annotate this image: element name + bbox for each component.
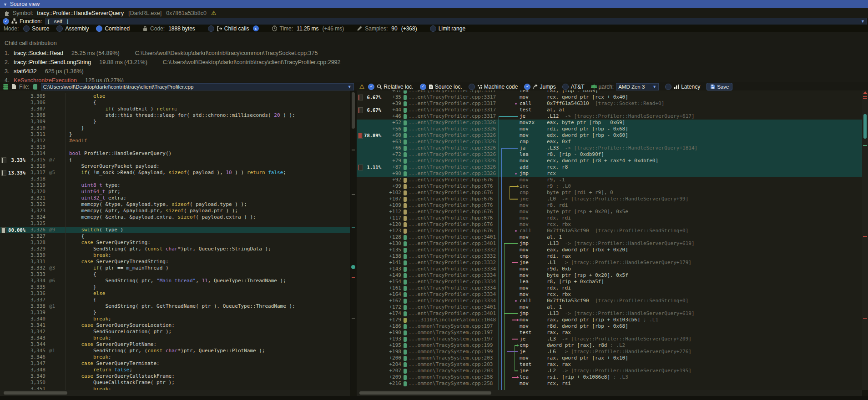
save-button[interactable]: Save [707, 83, 732, 90]
machine-code-checkbox[interactable] [469, 84, 475, 90]
child-calls-checkbox[interactable] [208, 25, 214, 32]
collapse-triangle-icon[interactable]: ▼ [3, 2, 7, 7]
source-line[interactable]: 3,347 case ServerQueryTerminate: [0, 360, 350, 367]
asm-source-loc[interactable]: ...ent\TracyProfiler.cpp:3401 [409, 240, 498, 247]
source-line[interactable]: 3,313 [0, 144, 350, 150]
source-line[interactable]: 3,322 memcpy( &type, &payload.type, size… [0, 201, 350, 208]
source-line[interactable]: 3,310 } [0, 125, 350, 131]
asm-source-loc[interactable]: ...ent\TracyProfiler.cpp:3334 [409, 279, 498, 285]
asm-source-loc[interactable]: ...ent\TracyProfiler.cpp:3317 [409, 113, 498, 120]
source-horizontal-scrollbar[interactable] [0, 390, 350, 396]
source-line[interactable]: 80.00%3,326@9 switch( type ) [0, 227, 350, 233]
source-line[interactable]: 3,325 [0, 220, 350, 227]
asm-source-loc[interactable]: ...ent\TracyProfiler.cpp:3334 [409, 266, 498, 272]
assembly-line[interactable]: +164...ent\TracyProfiler.cpp:3334movrcx,… [357, 291, 862, 298]
radio-assembly[interactable] [56, 25, 63, 32]
assembly-scrollbar-thumb[interactable] [863, 114, 867, 139]
assembly-line[interactable]: +112...ent\TracyProfiler.hpp:676movbyte … [357, 209, 862, 215]
assembly-line[interactable]: +46...ent\TracyProfiler.cpp:3317je.L12 -… [357, 113, 862, 120]
source-line[interactable]: 3,351 break; [0, 386, 350, 390]
asm-source-loc[interactable]: ...ent\TracyProfiler.cpp:3326 [409, 139, 498, 145]
assembly-panel[interactable]: +31...ent\TracyProfiler.cpp:3317learax, … [357, 90, 862, 390]
asm-source-loc[interactable]: ...ent\TracyProfiler.hpp:676 [409, 228, 498, 234]
source-line[interactable]: 3,311} [0, 131, 350, 138]
assembly-line[interactable]: 6.67%+35...ent\TracyProfiler.cpp:3317mov… [357, 94, 862, 100]
source-line[interactable]: 3,331 case ServerQueryThreadString: [0, 259, 350, 265]
source-loc-checkbox[interactable]: ✓ [420, 84, 426, 90]
assembly-line[interactable]: +72...ent\TracyProfiler.cpp:3326lear8, [… [357, 151, 862, 158]
asm-source-loc[interactable]: ...ent\TracyProfiler.cpp:3326 [409, 145, 498, 151]
asm-source-loc[interactable]: ...ent\TracyProfiler.cpp:3326 [409, 170, 498, 177]
file-combo[interactable]: C:\Users\wolf\Desktop\darkrl\contrib\tra… [41, 83, 354, 90]
source-line[interactable]: 3,344 case ServerQueryPlotName: [0, 341, 350, 348]
source-line[interactable]: 3,324 memcpy( &extra, &payload.extra, si… [0, 214, 350, 220]
asm-source-loc[interactable]: ...ent\TracyProfiler.hpp:676 [409, 183, 498, 190]
source-line[interactable]: 3.33%3,315@7{ [0, 157, 350, 163]
jumps-toggle[interactable]: ✓ Jumps [524, 84, 555, 90]
relative-loc-checkbox[interactable]: ✓ [368, 84, 374, 90]
source-line[interactable]: 3,350 QueueCallstackFrame( ptr ); [0, 380, 350, 386]
asm-source-loc[interactable]: ...ommon\TracySystem.cpp:258 [409, 380, 498, 387]
source-line[interactable]: 3,321 uint32_t extra; [0, 195, 350, 201]
assembly-line[interactable]: +135...ent\TracyProfiler.cpp:3332moveax,… [357, 247, 862, 253]
source-code-panel[interactable]: 3,305 else3,306 {3,307 if( shouldExit ) … [0, 90, 350, 390]
assembly-line[interactable]: +107...ent\TracyProfiler.hpp:676jne.L0 -… [357, 196, 862, 202]
child-call-item[interactable]: 1.tracy::Socket::Read25.25 ms (54.89%)C:… [0, 49, 868, 58]
asm-source-loc[interactable]: ...ent\TracyProfiler.hpp:676 [409, 209, 498, 215]
source-line[interactable]: 13.33%3,317@5 if( !m_sock->Read( &payloa… [0, 170, 350, 176]
assembly-line[interactable]: +109...ent\TracyProfiler.hpp:676movr8, r… [357, 202, 862, 209]
assembly-line[interactable]: 1.11%+87...ent\TracyProfiler.cpp:3326add… [357, 164, 862, 170]
assembly-line[interactable]: +123...ent\TracyProfiler.hpp:676call0x7f… [357, 228, 862, 234]
asm-source-loc[interactable]: ...ent\TracyProfiler.cpp:3326 [409, 132, 498, 139]
asm-source-loc[interactable]: ...ent\TracyProfiler.cpp:3332 [409, 260, 498, 266]
assembly-line[interactable]: +52...ent\TracyProfiler.cpp:3326movzxeax… [357, 120, 862, 126]
source-line[interactable]: 3,323 memcpy( &ptr, &payload.ptr, sizeof… [0, 208, 350, 214]
source-line[interactable]: 3,334@6 SendString( ptr, "Main thread", … [0, 278, 350, 284]
att-checkbox[interactable] [562, 84, 569, 90]
asm-source-loc[interactable]: ...ommon\TracySystem.cpp:203 [409, 361, 498, 368]
splitter-handle[interactable] [351, 265, 355, 269]
asm-source-loc[interactable]: ...ommon\TracySystem.cpp:199 [409, 349, 498, 355]
assembly-line[interactable]: +174...ent\TracyProfiler.cpp:3401jmp.L13… [357, 310, 862, 317]
assembly-line[interactable]: +31...ent\TracyProfiler.cpp:3317learax, … [357, 90, 862, 94]
assembly-line[interactable]: +190...ommon\TracySystem.cpp:197testrax,… [357, 330, 862, 336]
source-hscroll-thumb[interactable] [4, 391, 67, 395]
asm-source-loc[interactable]: ...ent\TracyProfiler.cpp:3334 [409, 272, 498, 279]
assembly-line[interactable]: +130...ent\TracyProfiler.cpp:3401jmp.L13… [357, 240, 862, 247]
assembly-line[interactable]: +138...ent\TracyProfiler.cpp:3332cmprdi,… [357, 253, 862, 260]
asm-source-loc[interactable]: ...ent\TracyProfiler.cpp:3326 [409, 164, 498, 170]
source-line[interactable]: 3,337 { [0, 297, 350, 303]
assembly-line[interactable]: +66...ent\TracyProfiler.cpp:3326ja.L33 -… [357, 145, 862, 151]
assembly-line[interactable]: +143...ent\TracyProfiler.cpp:3334movr9d,… [357, 266, 862, 272]
radio-source-label[interactable]: Source [32, 25, 49, 32]
assembly-line[interactable]: +207...ommon\TracySystem.cpp:203jne.L2 -… [357, 368, 862, 374]
assembly-line[interactable]: +120...ent\TracyProfiler.hpp:676movrcx, … [357, 221, 862, 228]
asm-source-loc[interactable]: ...ent\TracyProfiler.cpp:3332 [409, 247, 498, 253]
assembly-line[interactable]: +204...ommon\TracySystem.cpp:203testrax,… [357, 361, 862, 368]
assembly-line[interactable]: +141...ent\TracyProfiler.cpp:3332jne.L1 … [357, 260, 862, 266]
source-line[interactable]: 3,348 return false; [0, 367, 350, 373]
source-line[interactable]: 3,343 break; [0, 335, 350, 341]
asm-source-loc[interactable]: ...ent\TracyProfiler.hpp:676 [409, 215, 498, 221]
asm-source-loc[interactable]: ...ent\TracyProfiler.hpp:676 [409, 202, 498, 209]
limit-range-label[interactable]: Limit range [439, 25, 465, 32]
source-line[interactable]: 3,306 { [0, 100, 350, 106]
assembly-line[interactable]: +63...ent\TracyProfiler.cpp:3326cmpeax, … [357, 139, 862, 145]
asm-source-loc[interactable]: ...ent\TracyProfiler.cpp:3401 [409, 234, 498, 240]
source-line[interactable]: 3,320 uint64_t ptr; [0, 189, 350, 195]
file-combo-chevron-icon[interactable]: ▼ [345, 85, 352, 89]
source-line[interactable]: 3,316 ServerQueryPacket payload; [0, 163, 350, 170]
assembly-line[interactable]: +39...ent\TracyProfiler.cpp:3317call0x7f… [357, 100, 862, 107]
relative-loc-toggle[interactable]: ✓ Relative loc. [368, 84, 413, 90]
source-line[interactable]: 3,340 break; [0, 316, 350, 322]
asm-source-loc[interactable]: ...ent\TracyProfiler.cpp:3334 [409, 291, 498, 298]
source-loc-toggle[interactable]: ✓ Source loc. [420, 84, 462, 90]
asm-source-loc[interactable]: ....31103\include\atomic:1048 [409, 317, 498, 323]
march-chevron-icon[interactable]: ▼ [650, 85, 656, 89]
latency-checkbox[interactable] [665, 84, 671, 90]
source-line[interactable]: 3,319 uint8_t type; [0, 182, 350, 189]
radio-source[interactable] [23, 25, 30, 32]
chevron-down-icon[interactable]: ▼ [858, 19, 865, 24]
machine-code-toggle[interactable]: Machine code [469, 84, 518, 90]
child-calls-label[interactable]: Child calls [224, 25, 249, 32]
